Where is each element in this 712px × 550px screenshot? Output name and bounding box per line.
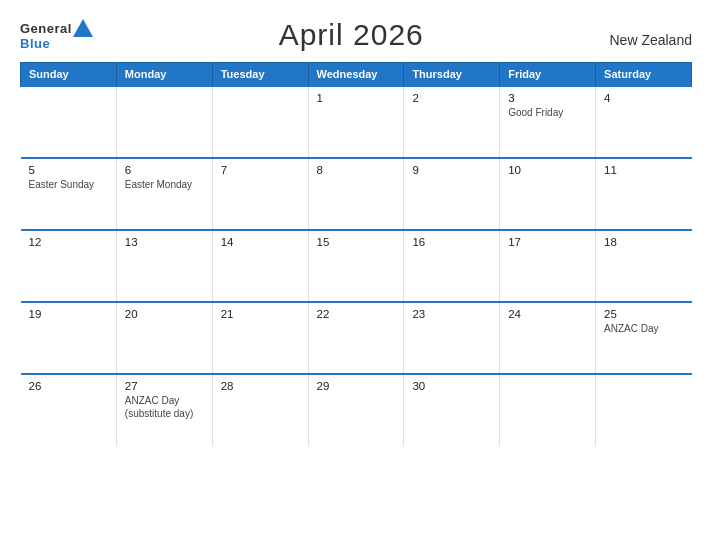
day-number: 6 [125,164,204,176]
calendar-cell: 11 [596,158,692,230]
day-number: 28 [221,380,300,392]
header: General Blue April 2026 New Zealand [20,18,692,52]
calendar-header: SundayMondayTuesdayWednesdayThursdayFrid… [21,63,692,87]
day-number: 5 [29,164,108,176]
weekday-header-sunday: Sunday [21,63,117,87]
weekday-header-tuesday: Tuesday [212,63,308,87]
holiday-label: Easter Sunday [29,179,95,190]
calendar-body: 123Good Friday45Easter Sunday6Easter Mon… [21,86,692,446]
day-number: 21 [221,308,300,320]
calendar-cell: 7 [212,158,308,230]
calendar-cell: 10 [500,158,596,230]
day-number: 18 [604,236,683,248]
day-number: 14 [221,236,300,248]
day-number: 17 [508,236,587,248]
calendar-cell: 6Easter Monday [116,158,212,230]
calendar-cell: 5Easter Sunday [21,158,117,230]
calendar-cell: 20 [116,302,212,374]
logo-icon [73,19,93,37]
calendar-cell: 13 [116,230,212,302]
calendar-cell: 1 [308,86,404,158]
logo-general-text: General [20,22,72,35]
calendar-cell: 24 [500,302,596,374]
weekday-header-monday: Monday [116,63,212,87]
day-number: 8 [317,164,396,176]
calendar-title: April 2026 [279,18,424,52]
day-number: 27 [125,380,204,392]
calendar-cell [21,86,117,158]
day-number: 22 [317,308,396,320]
day-number: 10 [508,164,587,176]
calendar-cell [212,86,308,158]
calendar-cell: 12 [21,230,117,302]
calendar-cell: 15 [308,230,404,302]
day-number: 1 [317,92,396,104]
day-number: 30 [412,380,491,392]
weekday-row: SundayMondayTuesdayWednesdayThursdayFrid… [21,63,692,87]
calendar-cell: 17 [500,230,596,302]
day-number: 13 [125,236,204,248]
calendar-cell: 2 [404,86,500,158]
day-number: 19 [29,308,108,320]
logo-blue-text: Blue [20,37,93,50]
weekday-header-thursday: Thursday [404,63,500,87]
calendar-cell [500,374,596,446]
day-number: 9 [412,164,491,176]
week-row-1: 123Good Friday4 [21,86,692,158]
calendar-cell [116,86,212,158]
calendar-cell: 8 [308,158,404,230]
day-number: 23 [412,308,491,320]
calendar-cell: 16 [404,230,500,302]
calendar-cell: 28 [212,374,308,446]
holiday-label: ANZAC Day(substitute day) [125,395,193,419]
week-row-5: 2627ANZAC Day(substitute day)282930 [21,374,692,446]
day-number: 11 [604,164,683,176]
weekday-header-saturday: Saturday [596,63,692,87]
calendar-cell: 27ANZAC Day(substitute day) [116,374,212,446]
calendar-table: SundayMondayTuesdayWednesdayThursdayFrid… [20,62,692,446]
calendar-cell: 18 [596,230,692,302]
day-number: 3 [508,92,587,104]
calendar-cell: 22 [308,302,404,374]
day-number: 2 [412,92,491,104]
calendar-cell: 19 [21,302,117,374]
day-number: 15 [317,236,396,248]
calendar-cell: 30 [404,374,500,446]
svg-marker-0 [73,19,93,37]
weekday-header-friday: Friday [500,63,596,87]
week-row-2: 5Easter Sunday6Easter Monday7891011 [21,158,692,230]
calendar-cell [596,374,692,446]
calendar-cell: 23 [404,302,500,374]
day-number: 24 [508,308,587,320]
calendar-page: General Blue April 2026 New Zealand Sund… [0,0,712,550]
holiday-label: Good Friday [508,107,563,118]
calendar-cell: 4 [596,86,692,158]
calendar-cell: 9 [404,158,500,230]
calendar-cell: 21 [212,302,308,374]
day-number: 25 [604,308,683,320]
calendar-cell: 14 [212,230,308,302]
day-number: 26 [29,380,108,392]
day-number: 7 [221,164,300,176]
weekday-header-wednesday: Wednesday [308,63,404,87]
holiday-label: ANZAC Day [604,323,658,334]
week-row-3: 12131415161718 [21,230,692,302]
calendar-cell: 3Good Friday [500,86,596,158]
day-number: 12 [29,236,108,248]
week-row-4: 19202122232425ANZAC Day [21,302,692,374]
day-number: 16 [412,236,491,248]
country-label: New Zealand [609,32,692,52]
calendar-cell: 25ANZAC Day [596,302,692,374]
calendar-cell: 26 [21,374,117,446]
day-number: 4 [604,92,683,104]
calendar-cell: 29 [308,374,404,446]
holiday-label: Easter Monday [125,179,192,190]
logo: General Blue [20,21,93,50]
day-number: 29 [317,380,396,392]
day-number: 20 [125,308,204,320]
